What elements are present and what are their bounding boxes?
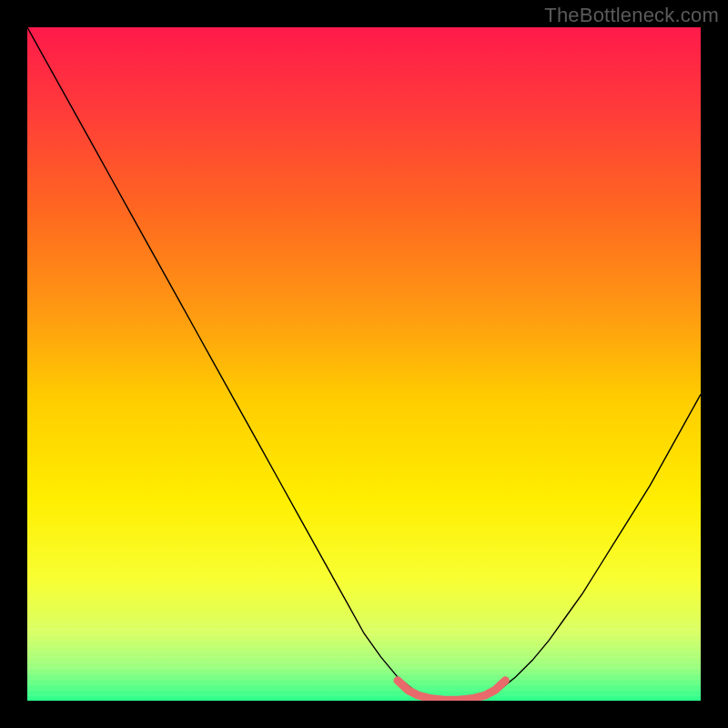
watermark-label: TheBottleneck.com: [544, 4, 719, 27]
gradient-background: [27, 27, 701, 701]
chart-frame: TheBottleneck.com: [0, 0, 728, 728]
plot-area: [27, 27, 701, 701]
bottleneck-chart: [27, 27, 701, 701]
